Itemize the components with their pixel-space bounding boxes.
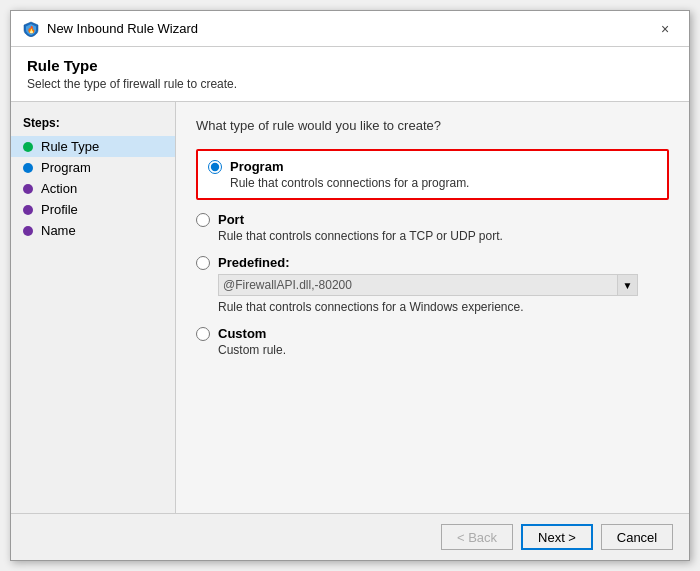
next-button[interactable]: Next > bbox=[521, 524, 593, 550]
predefined-dropdown-row: @FirewallAPI.dll,-80200 ▼ bbox=[218, 274, 669, 296]
close-button[interactable]: × bbox=[653, 17, 677, 41]
back-button[interactable]: < Back bbox=[441, 524, 513, 550]
main-content: What type of rule would you like to crea… bbox=[176, 102, 689, 513]
title-bar-left: 🔥 New Inbound Rule Wizard bbox=[23, 21, 198, 37]
sidebar-label-rule-type: Rule Type bbox=[41, 139, 99, 154]
title-bar: 🔥 New Inbound Rule Wizard × bbox=[11, 11, 689, 47]
radio-program[interactable] bbox=[208, 160, 222, 174]
question-text: What type of rule would you like to crea… bbox=[196, 118, 669, 133]
option-predefined: Predefined: @FirewallAPI.dll,-80200 ▼ Ru… bbox=[196, 255, 669, 314]
sidebar-item-name[interactable]: Name bbox=[11, 220, 175, 241]
port-label-row: Port bbox=[196, 212, 669, 227]
custom-desc: Custom rule. bbox=[218, 343, 669, 357]
step-dot-program bbox=[23, 163, 33, 173]
port-desc: Rule that controls connections for a TCP… bbox=[218, 229, 669, 243]
svg-text:🔥: 🔥 bbox=[27, 25, 36, 34]
app-icon: 🔥 bbox=[23, 21, 39, 37]
header-subtitle: Select the type of firewall rule to crea… bbox=[27, 77, 673, 91]
sidebar-label-program: Program bbox=[41, 160, 91, 175]
dialog-title: New Inbound Rule Wizard bbox=[47, 21, 198, 36]
sidebar-item-program[interactable]: Program bbox=[11, 157, 175, 178]
cancel-button[interactable]: Cancel bbox=[601, 524, 673, 550]
sidebar-item-action[interactable]: Action bbox=[11, 178, 175, 199]
option-program: Program Rule that controls connections f… bbox=[196, 149, 669, 200]
predefined-label[interactable]: Predefined: bbox=[218, 255, 290, 270]
predefined-desc: Rule that controls connections for a Win… bbox=[218, 300, 669, 314]
custom-label[interactable]: Custom bbox=[218, 326, 266, 341]
predefined-label-row: Predefined: bbox=[196, 255, 669, 270]
sidebar-steps-label: Steps: bbox=[11, 112, 175, 136]
custom-label-row: Custom bbox=[196, 326, 669, 341]
footer: < Back Next > Cancel bbox=[11, 513, 689, 560]
option-port: Port Rule that controls connections for … bbox=[196, 212, 669, 243]
step-dot-profile bbox=[23, 205, 33, 215]
step-dot-rule-type bbox=[23, 142, 33, 152]
program-desc: Rule that controls connections for a pro… bbox=[230, 176, 657, 190]
predefined-select[interactable]: @FirewallAPI.dll,-80200 bbox=[218, 274, 618, 296]
sidebar-label-action: Action bbox=[41, 181, 77, 196]
sidebar-label-profile: Profile bbox=[41, 202, 78, 217]
sidebar-item-profile[interactable]: Profile bbox=[11, 199, 175, 220]
dialog: 🔥 New Inbound Rule Wizard × Rule Type Se… bbox=[10, 10, 690, 561]
radio-predefined[interactable] bbox=[196, 256, 210, 270]
step-dot-action bbox=[23, 184, 33, 194]
program-label[interactable]: Program bbox=[230, 159, 283, 174]
option-custom: Custom Custom rule. bbox=[196, 326, 669, 357]
sidebar-item-rule-type[interactable]: Rule Type bbox=[11, 136, 175, 157]
sidebar: Steps: Rule Type Program Action Profile … bbox=[11, 102, 176, 513]
radio-group: Program Rule that controls connections f… bbox=[196, 149, 669, 357]
predefined-arrow-icon[interactable]: ▼ bbox=[618, 274, 638, 296]
header-section: Rule Type Select the type of firewall ru… bbox=[11, 47, 689, 102]
content-area: Steps: Rule Type Program Action Profile … bbox=[11, 102, 689, 513]
radio-custom[interactable] bbox=[196, 327, 210, 341]
sidebar-label-name: Name bbox=[41, 223, 76, 238]
radio-port[interactable] bbox=[196, 213, 210, 227]
port-label[interactable]: Port bbox=[218, 212, 244, 227]
header-title: Rule Type bbox=[27, 57, 673, 74]
step-dot-name bbox=[23, 226, 33, 236]
program-label-row: Program bbox=[208, 159, 657, 174]
